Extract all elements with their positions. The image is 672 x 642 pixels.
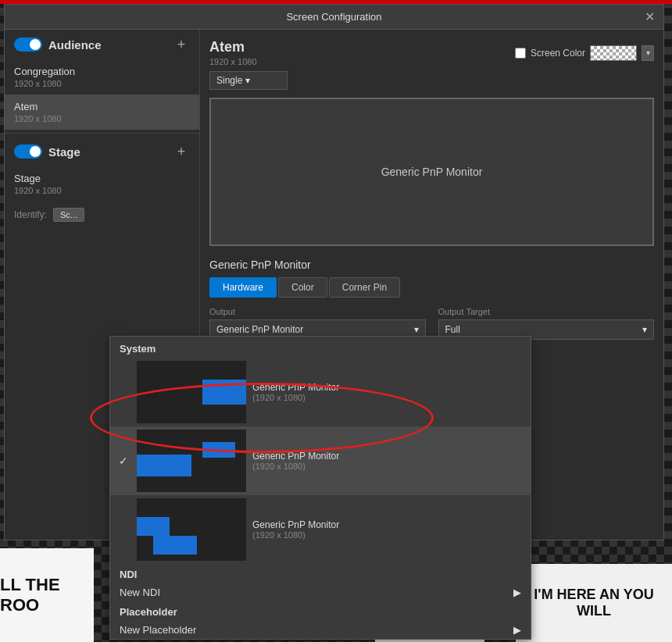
monitor-preview-label: Generic PnP Monitor <box>381 166 483 178</box>
dropdown-item-info-1: Generic PnP Monitor (1920 x 1080) <box>252 382 524 402</box>
layout-dropdown: Single ▾ <box>209 71 654 90</box>
output-target-label: Output Target <box>438 307 655 316</box>
monitor-thumb-1 <box>137 361 246 423</box>
add-stage-button[interactable]: + <box>173 143 190 160</box>
screen-color-swatch[interactable] <box>590 45 637 61</box>
monitor-thumb-3 <box>137 498 246 561</box>
output-arrow-icon: ▾ <box>414 324 419 335</box>
dropdown-item-name-2: Generic PnP Monitor <box>252 451 524 462</box>
thumb-blue-block-1 <box>202 380 246 405</box>
tab-hardware[interactable]: Hardware <box>209 277 277 298</box>
sidebar-item-stage[interactable]: Stage 1920 x 1080 <box>5 166 199 202</box>
thumb-blue-block-3b <box>137 517 170 536</box>
stage-section-header: Stage + <box>5 137 199 166</box>
stage-toggle[interactable] <box>14 144 42 159</box>
output-target-group: Output Target Full ▾ <box>438 307 655 340</box>
congregation-name: Congregation <box>14 66 190 77</box>
monitor-preview: Generic PnP Monitor <box>209 98 654 246</box>
stage-res: 1920 x 1080 <box>14 186 190 195</box>
tab-color[interactable]: Color <box>278 277 327 298</box>
dialog-title: Screen Configuration <box>286 11 381 23</box>
screen-color-label: Screen Color <box>531 48 585 59</box>
dropdown-item-name-3: Generic PnP Monitor <box>252 519 524 530</box>
ndi-item-label: New NDI <box>120 587 160 598</box>
placeholder-item-label: New Placeholder <box>120 624 196 636</box>
output-label: Output <box>209 307 426 316</box>
ndi-section-label: NDI <box>110 564 531 583</box>
check-icon-1 <box>116 385 130 399</box>
system-section-label: System <box>110 337 531 358</box>
bottom-right-text: I'M HERE AN YOU WILL <box>516 564 672 642</box>
audience-section-header: Audience + <box>5 30 199 59</box>
main-resolution: 1920 x 1080 <box>209 57 257 66</box>
check-icon-2: ✓ <box>116 454 130 468</box>
sidebar-item-congregation[interactable]: Congregation 1920 x 1080 <box>5 59 199 95</box>
placeholder-arrow-icon: ▶ <box>513 624 521 636</box>
congregation-res: 1920 x 1080 <box>14 79 190 88</box>
dropdown-item-1[interactable]: Generic PnP Monitor (1920 x 1080) <box>110 358 531 426</box>
monitor-thumb-2 <box>137 430 246 492</box>
main-header: Atem 1920 x 1080 Screen Color ▾ <box>209 39 654 66</box>
sidebar-item-atem[interactable]: Atem 1920 x 1080 <box>5 95 199 130</box>
sidebar-divider-1 <box>5 133 199 134</box>
dropdown-item-info-2: Generic PnP Monitor (1920 x 1080) <box>252 451 524 471</box>
red-accent-top <box>0 0 672 4</box>
placeholder-section-label: Placeholder <box>110 601 531 621</box>
atem-name: Atem <box>14 101 190 112</box>
ndi-item[interactable]: New NDI ▶ <box>110 583 531 601</box>
atem-res: 1920 x 1080 <box>14 114 190 123</box>
layout-select[interactable]: Single ▾ <box>209 71 288 90</box>
screen-color-checkbox[interactable] <box>515 48 526 59</box>
placeholder-item[interactable]: New Placeholder ▶ <box>110 621 531 639</box>
stage-name: Stage <box>14 173 190 184</box>
tab-corner-pin[interactable]: Corner Pin <box>329 277 400 298</box>
dropdown-item-3[interactable]: Generic PnP Monitor (1920 x 1080) <box>110 495 531 564</box>
device-name: Generic PnP Monitor <box>209 259 654 271</box>
layout-value: Single <box>216 75 242 86</box>
audience-section-title: Audience <box>48 38 166 52</box>
main-title-group: Atem 1920 x 1080 <box>209 39 257 66</box>
output-dropdown-menu: System Generic PnP Monitor (1920 x 1080)… <box>109 336 531 640</box>
stage-section-title: Stage <box>48 145 166 159</box>
layout-arrow-icon: ▾ <box>245 75 250 86</box>
identify-row: Identify: Sc... <box>5 202 199 228</box>
main-title: Atem <box>209 39 257 55</box>
screen-color-dropdown[interactable]: ▾ <box>642 45 654 61</box>
identify-button[interactable]: Sc... <box>53 208 84 222</box>
device-section: Generic PnP Monitor Hardware Color Corne… <box>209 259 654 348</box>
thumb-blue-block-3a <box>153 536 197 555</box>
output-value: Generic PnP Monitor <box>216 324 303 335</box>
output-target-arrow-icon: ▾ <box>642 324 647 335</box>
tabs-row: Hardware Color Corner Pin <box>209 277 654 298</box>
audience-toggle[interactable] <box>14 37 42 52</box>
output-group: Output Generic PnP Monitor ▾ <box>209 307 426 340</box>
dropdown-item-res-1: (1920 x 1080) <box>252 393 524 402</box>
thumb-blue-block-2a <box>137 455 191 476</box>
dialog-titlebar: Screen Configuration ✕ <box>5 5 663 30</box>
dropdown-item-res-3: (1920 x 1080) <box>252 530 524 540</box>
dropdown-item-res-2: (1920 x 1080) <box>252 462 524 471</box>
bottom-left-text: LL THE ROO <box>0 548 94 642</box>
add-audience-button[interactable]: + <box>173 36 190 53</box>
ndi-arrow-icon: ▶ <box>513 587 521 598</box>
dropdown-item-name-1: Generic PnP Monitor <box>252 382 524 393</box>
dropdown-item-2[interactable]: ✓ Generic PnP Monitor (1920 x 1080) <box>110 426 531 495</box>
form-row: Output Generic PnP Monitor ▾ Output Targ… <box>209 307 654 340</box>
screen-color-row: Screen Color ▾ <box>515 45 654 61</box>
identify-label: Identify: <box>14 209 47 220</box>
thumb-blue-block-2b <box>202 442 235 458</box>
output-target-value: Full <box>445 324 460 335</box>
close-button[interactable]: ✕ <box>642 9 657 25</box>
dropdown-item-info-3: Generic PnP Monitor (1920 x 1080) <box>252 519 524 540</box>
check-icon-3 <box>116 523 130 537</box>
